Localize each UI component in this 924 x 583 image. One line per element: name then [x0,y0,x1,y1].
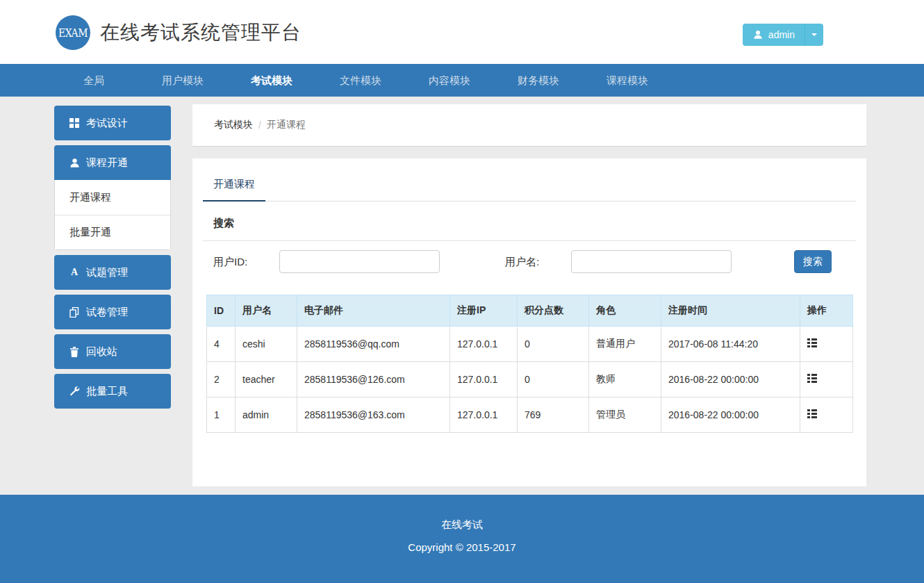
page-title: 在线考试系统管理平台 [100,19,302,46]
cell-email: 2858119536@126.com [297,362,450,397]
cell-points: 769 [518,397,589,433]
th-list-icon [807,374,817,385]
th-large-icon [69,117,80,129]
breadcrumb-page: 开通课程 [267,119,306,131]
font-a-icon: A [69,267,80,278]
top-navbar: 全局 用户模块 考试模块 文件模块 内容模块 财务模块 课程模块 [0,64,924,97]
nav-item-user-module[interactable]: 用户模块 [138,64,227,97]
wrench-icon [69,386,80,397]
cell-role: 教师 [589,362,661,397]
col-actions: 操作 [800,295,853,327]
search-button[interactable]: 搜索 [794,250,832,273]
user-id-input[interactable] [279,250,440,273]
main-content: 开通课程 搜索 用户ID: 用户名: 搜索 ID 用户名 电子邮件 注册IP 积… [192,158,866,486]
cell-username: admin [236,397,297,433]
user-icon [752,29,764,40]
table-header-row: ID 用户名 电子邮件 注册IP 积分点数 角色 注册时间 操作 [207,295,853,327]
col-role: 角色 [589,295,661,327]
breadcrumb: 考试模块 / 开通课程 [192,104,866,147]
sidebar-item-label: 回收站 [86,345,117,359]
nav-item-global[interactable]: 全局 [49,64,138,97]
cell-points: 0 [518,362,589,397]
sidebar-group-course-open: 课程开通 开通课程 批量开通 [54,145,171,250]
cell-ip: 127.0.0.1 [450,397,518,433]
sidebar-subitem-open-course[interactable]: 开通课程 [55,180,170,215]
copy-icon [69,306,80,318]
cell-id: 4 [207,327,236,362]
username-label: 用户名: [505,256,539,269]
footer-site-name: 在线考试 [0,495,924,532]
sidebar-item-label: 试题管理 [86,266,128,279]
sidebar-subitem-batch-open[interactable]: 批量开通 [55,215,170,249]
trash-icon [69,346,80,357]
sidebar-item-exam-design[interactable]: 考试设计 [54,106,171,140]
user-button-main[interactable]: admin [743,24,805,46]
sidebar-item-recycle-bin[interactable]: 回收站 [54,334,171,369]
tab-bar: 开通课程 [203,178,856,202]
table-row: 4 ceshi 2858119536@qq.com 127.0.0.1 0 普通… [207,327,853,362]
cell-ip: 127.0.0.1 [450,362,518,397]
username-input[interactable] [571,250,732,273]
sidebar-item-label: 课程开通 [86,156,128,170]
cell-time: 2016-08-22 00:00:00 [661,397,800,433]
brand-logo[interactable]: EXAM 在线考试系统管理平台 [56,15,302,50]
col-email: 电子邮件 [297,295,450,327]
nav-item-exam-module[interactable]: 考试模块 [227,64,316,97]
row-actions-button[interactable] [807,338,817,350]
cell-email: 2858119536@qq.com [297,327,450,362]
nav-item-finance-module[interactable]: 财务模块 [494,64,583,97]
cell-role: 普通用户 [589,327,661,362]
sidebar-item-paper-mgmt[interactable]: 试卷管理 [54,295,171,329]
sidebar-item-label: 试卷管理 [86,306,128,319]
logo-text: EXAM [58,26,88,40]
exam-logo-icon: EXAM [56,15,90,50]
sidebar-item-label: 考试设计 [86,117,128,130]
user-dropdown-toggle[interactable] [805,24,823,46]
row-actions-button[interactable] [807,409,817,420]
sidebar-item-label: 批量工具 [86,385,128,398]
col-register-time: 注册时间 [661,295,800,327]
search-section-title: 搜索 [213,217,856,240]
breadcrumb-module[interactable]: 考试模块 [214,119,253,131]
header: EXAM 在线考试系统管理平台 admin [0,0,924,64]
sidebar-item-batch-tools[interactable]: 批量工具 [54,374,171,409]
cell-username: teacher [236,362,297,397]
sidebar-item-question-mgmt[interactable]: A 试题管理 [54,255,171,290]
nav-item-course-module[interactable]: 课程模块 [583,64,672,97]
footer: 在线考试 Copyright © 2015-2017 [0,495,924,583]
cell-time: 2016-08-22 00:00:00 [661,362,800,397]
user-button-label: admin [768,29,795,40]
th-list-icon [807,338,817,350]
cell-time: 2017-06-08 11:44:20 [661,327,800,362]
divider [203,240,856,241]
cell-id: 1 [207,397,236,433]
col-id: ID [207,295,236,327]
cell-ip: 127.0.0.1 [450,327,518,362]
chevron-down-icon [811,33,817,36]
col-username: 用户名 [236,295,297,327]
user-icon [69,157,80,168]
row-actions-button[interactable] [807,374,817,385]
table-row: 2 teacher 2858119536@126.com 127.0.0.1 0… [207,362,853,397]
users-table: ID 用户名 电子邮件 注册IP 积分点数 角色 注册时间 操作 4 ceshi… [206,295,853,433]
sidebar: 考试设计 课程开通 开通课程 批量开通 A 试题管理 试卷管理 [54,106,171,413]
cell-email: 2858119536@163.com [297,397,450,433]
search-form: 用户ID: 用户名: 搜索 [192,250,866,273]
nav-item-content-module[interactable]: 内容模块 [405,64,494,97]
user-id-label: 用户ID: [213,256,247,269]
sidebar-item-course-open[interactable]: 课程开通 [54,145,171,180]
tab-open-course[interactable]: 开通课程 [203,178,265,202]
footer-copyright: Copyright © 2015-2017 [0,541,924,553]
cell-points: 0 [518,327,589,362]
col-register-ip: 注册IP [450,295,518,327]
col-points: 积分点数 [518,295,589,327]
user-menu-button[interactable]: admin [743,24,823,46]
th-list-icon [807,409,817,420]
cell-username: ceshi [236,327,297,362]
cell-role: 管理员 [589,397,661,433]
nav-item-file-module[interactable]: 文件模块 [316,64,405,97]
breadcrumb-separator: / [258,120,261,131]
sidebar-submenu: 开通课程 批量开通 [54,180,171,250]
cell-id: 2 [207,362,236,397]
table-row: 1 admin 2858119536@163.com 127.0.0.1 769… [207,397,853,433]
